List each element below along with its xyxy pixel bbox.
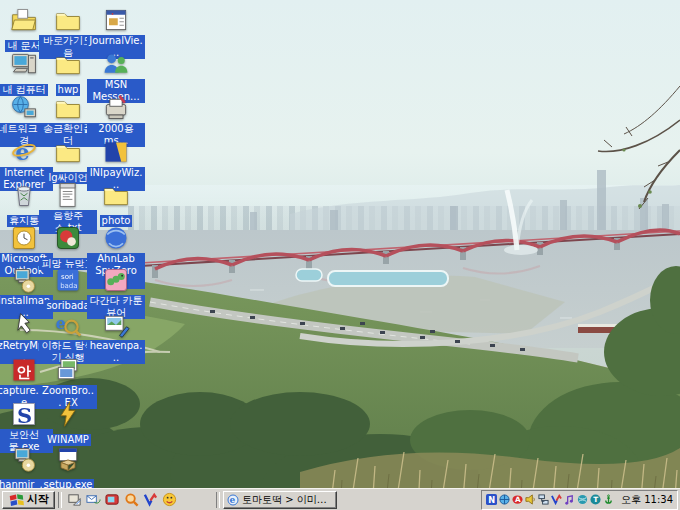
- ehard-explorer-icon: e: [53, 311, 83, 339]
- quicklaunch-outlook-express-icon[interactable]: [86, 492, 101, 507]
- msn-messenger-icon: [101, 50, 131, 78]
- taskbar: 시작 e 토마토떡 > 이미지방 1... NAT 오후 11:34: [0, 488, 680, 510]
- svg-text:e: e: [230, 495, 236, 505]
- start-label: 시작: [27, 492, 49, 507]
- zoombrowser-ex-icon: [53, 356, 83, 384]
- quicklaunch-show-desktop-icon[interactable]: [67, 492, 82, 507]
- inipay-wizard-icon: [101, 138, 131, 166]
- microsoft-outlook-icon: [9, 224, 39, 252]
- tray-internet-globe-icon[interactable]: [577, 494, 588, 505]
- taskbar-separator: [58, 492, 62, 508]
- hanmir-icon: [9, 445, 39, 473]
- svg-text:e: e: [15, 139, 29, 165]
- quicklaunch-tv-icon[interactable]: [105, 492, 120, 507]
- windows-logo-icon: [8, 493, 24, 506]
- task-button-tomato-room[interactable]: e 토마토떡 > 이미지방 1...: [223, 491, 337, 509]
- tray-network-globe-icon[interactable]: [499, 494, 510, 505]
- desktop-icon-photo-folder[interactable]: photo: [87, 181, 145, 228]
- setup-exe-icon: [53, 445, 83, 473]
- svg-text:안: 안: [16, 363, 31, 381]
- task-button-label: 토마토떡 > 이미지방 1...: [242, 493, 333, 507]
- recycle-bin-icon: [9, 181, 39, 209]
- my-documents-icon: [9, 6, 39, 34]
- heavenpa-icon: [101, 311, 131, 339]
- my-computer-icon: [9, 50, 39, 78]
- desktop: 내 문서바로가기모음JournalVie...내 컴퓨터hwpMSN Messe…: [0, 0, 680, 510]
- tray-volume-icon[interactable]: [525, 494, 536, 505]
- start-button[interactable]: 시작: [2, 491, 55, 509]
- tray-anchor-icon[interactable]: [603, 494, 614, 505]
- ie-page-icon: e: [227, 494, 239, 506]
- journal-viewer-icon: [101, 6, 131, 34]
- zretry-mp-icon: [9, 311, 39, 339]
- taskbar-separator: [216, 492, 220, 508]
- internet-explorer-icon: e: [9, 138, 39, 166]
- ahnlab-spyzero-icon: [101, 224, 131, 252]
- tray-v3-monitor-icon[interactable]: [551, 494, 562, 505]
- quicklaunch-v3-icon[interactable]: [143, 492, 158, 507]
- svg-text:sori: sori: [61, 273, 74, 281]
- tray-music-note-icon[interactable]: [564, 494, 575, 505]
- tray-teal-t-icon[interactable]: T: [590, 494, 601, 505]
- photo-folder-icon: [101, 181, 131, 209]
- shortcut-collection-icon: [53, 6, 83, 34]
- desktop-icon-winamp[interactable]: WINAMP: [39, 400, 97, 447]
- remittance-folder-icon: [53, 94, 83, 122]
- lg-cyon-folder-icon: [53, 138, 83, 166]
- system-tray: NAT 오후 11:34: [481, 490, 678, 510]
- quicklaunch-search-icon[interactable]: [124, 492, 139, 507]
- clock[interactable]: 오후 11:34: [621, 493, 673, 507]
- tray-ahnlab-a-icon[interactable]: A: [512, 494, 523, 505]
- address-txt-icon: [53, 181, 83, 209]
- svg-text:N: N: [488, 495, 495, 505]
- winamp-icon: [53, 400, 83, 428]
- installman-icon: [9, 266, 39, 294]
- svg-text:A: A: [515, 495, 521, 504]
- tray-lan-icon[interactable]: [538, 494, 549, 505]
- pmang-matgo-icon: [53, 224, 83, 252]
- soribada-icon: soribada: [53, 266, 83, 294]
- svg-text:e: e: [56, 314, 66, 333]
- quicklaunch-emoticon-icon[interactable]: [162, 492, 177, 507]
- cartoon-viewer-icon: [101, 266, 131, 294]
- svg-text:T: T: [593, 495, 598, 504]
- quick-launch-bar: [65, 492, 213, 507]
- network-neighborhood-icon: [9, 94, 39, 122]
- desktop-icon-setup-exe[interactable]: setup.exe: [39, 445, 97, 492]
- security-gift-exe-icon: S: [9, 400, 39, 428]
- capture-exe-icon: 안: [9, 356, 39, 384]
- fax-2000-icon: [101, 94, 131, 122]
- hwp-folder-icon: [53, 50, 83, 78]
- svg-text:bada: bada: [60, 282, 77, 290]
- tray-messenger-n-icon[interactable]: N: [486, 494, 497, 505]
- svg-text:S: S: [17, 403, 32, 428]
